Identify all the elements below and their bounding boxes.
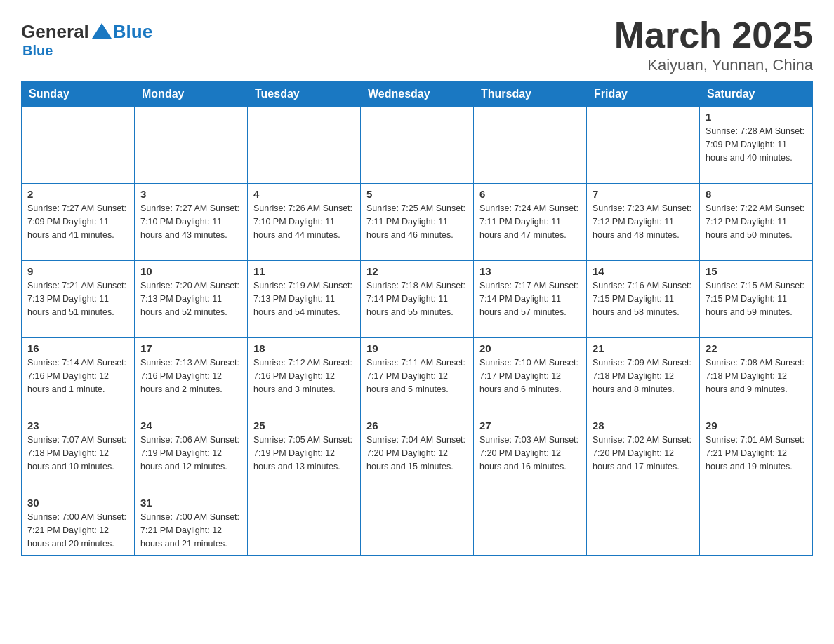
logo-blue-text: Blue bbox=[113, 21, 152, 43]
day-info: Sunrise: 7:25 AM Sunset: 7:11 PM Dayligh… bbox=[366, 202, 468, 241]
calendar-cell: 29Sunrise: 7:01 AM Sunset: 7:21 PM Dayli… bbox=[700, 415, 813, 492]
calendar-body: 1Sunrise: 7:28 AM Sunset: 7:09 PM Daylig… bbox=[22, 107, 813, 556]
weekday-header-sunday: Sunday bbox=[22, 82, 135, 107]
calendar-cell: 30Sunrise: 7:00 AM Sunset: 7:21 PM Dayli… bbox=[22, 492, 135, 556]
day-info: Sunrise: 7:07 AM Sunset: 7:18 PM Dayligh… bbox=[27, 434, 128, 473]
calendar-cell: 8Sunrise: 7:22 AM Sunset: 7:12 PM Daylig… bbox=[700, 184, 813, 261]
calendar-cell bbox=[22, 107, 135, 184]
day-info: Sunrise: 7:21 AM Sunset: 7:13 PM Dayligh… bbox=[27, 279, 128, 318]
day-info: Sunrise: 7:12 AM Sunset: 7:16 PM Dayligh… bbox=[253, 356, 355, 396]
day-info: Sunrise: 7:16 AM Sunset: 7:15 PM Dayligh… bbox=[593, 279, 694, 318]
day-number: 18 bbox=[253, 342, 355, 354]
day-info: Sunrise: 7:17 AM Sunset: 7:14 PM Dayligh… bbox=[479, 279, 581, 318]
day-info: Sunrise: 7:14 AM Sunset: 7:16 PM Dayligh… bbox=[27, 356, 128, 396]
calendar-cell: 19Sunrise: 7:11 AM Sunset: 7:17 PM Dayli… bbox=[361, 338, 474, 415]
month-title: March 2025 bbox=[614, 14, 813, 56]
calendar-row-4: 23Sunrise: 7:07 AM Sunset: 7:18 PM Dayli… bbox=[22, 415, 813, 492]
calendar-cell: 14Sunrise: 7:16 AM Sunset: 7:15 PM Dayli… bbox=[587, 261, 700, 338]
calendar-cell: 1Sunrise: 7:28 AM Sunset: 7:09 PM Daylig… bbox=[700, 107, 813, 184]
day-number: 21 bbox=[593, 342, 694, 354]
day-number: 30 bbox=[27, 497, 128, 509]
day-info: Sunrise: 7:27 AM Sunset: 7:10 PM Dayligh… bbox=[140, 202, 241, 241]
calendar-row-3: 16Sunrise: 7:14 AM Sunset: 7:16 PM Dayli… bbox=[22, 338, 813, 415]
calendar-cell bbox=[700, 492, 813, 556]
day-number: 28 bbox=[593, 420, 694, 431]
calendar-row-2: 9Sunrise: 7:21 AM Sunset: 7:13 PM Daylig… bbox=[22, 261, 813, 338]
calendar-cell: 5Sunrise: 7:25 AM Sunset: 7:11 PM Daylig… bbox=[361, 184, 474, 261]
day-number: 1 bbox=[706, 111, 807, 123]
calendar-cell: 27Sunrise: 7:03 AM Sunset: 7:20 PM Dayli… bbox=[474, 415, 587, 492]
day-number: 6 bbox=[479, 188, 581, 200]
calendar-cell: 13Sunrise: 7:17 AM Sunset: 7:14 PM Dayli… bbox=[474, 261, 587, 338]
weekday-header-row: SundayMondayTuesdayWednesdayThursdayFrid… bbox=[22, 82, 813, 107]
calendar-cell: 9Sunrise: 7:21 AM Sunset: 7:13 PM Daylig… bbox=[22, 261, 135, 338]
calendar-cell bbox=[248, 107, 361, 184]
weekday-header-friday: Friday bbox=[587, 82, 700, 107]
page-header: General Blue Blue March 2025 Kaiyuan, Yu… bbox=[21, 14, 813, 74]
day-info: Sunrise: 7:23 AM Sunset: 7:12 PM Dayligh… bbox=[593, 202, 694, 241]
calendar-cell: 21Sunrise: 7:09 AM Sunset: 7:18 PM Dayli… bbox=[587, 338, 700, 415]
calendar-cell bbox=[474, 107, 587, 184]
calendar-row-5: 30Sunrise: 7:00 AM Sunset: 7:21 PM Dayli… bbox=[22, 492, 813, 556]
calendar-cell: 31Sunrise: 7:00 AM Sunset: 7:21 PM Dayli… bbox=[135, 492, 248, 556]
calendar-cell: 4Sunrise: 7:26 AM Sunset: 7:10 PM Daylig… bbox=[248, 184, 361, 261]
calendar-row-1: 2Sunrise: 7:27 AM Sunset: 7:09 PM Daylig… bbox=[22, 184, 813, 261]
calendar-cell: 28Sunrise: 7:02 AM Sunset: 7:20 PM Dayli… bbox=[587, 415, 700, 492]
day-info: Sunrise: 7:15 AM Sunset: 7:15 PM Dayligh… bbox=[706, 279, 807, 318]
day-number: 23 bbox=[27, 420, 128, 431]
calendar-cell: 7Sunrise: 7:23 AM Sunset: 7:12 PM Daylig… bbox=[587, 184, 700, 261]
day-info: Sunrise: 7:00 AM Sunset: 7:21 PM Dayligh… bbox=[140, 511, 241, 550]
day-info: Sunrise: 7:09 AM Sunset: 7:18 PM Dayligh… bbox=[593, 356, 694, 396]
day-number: 27 bbox=[479, 420, 581, 431]
day-info: Sunrise: 7:18 AM Sunset: 7:14 PM Dayligh… bbox=[366, 279, 468, 318]
day-number: 25 bbox=[253, 420, 355, 431]
weekday-header-tuesday: Tuesday bbox=[248, 82, 361, 107]
calendar-cell bbox=[587, 107, 700, 184]
calendar-cell bbox=[135, 107, 248, 184]
day-number: 3 bbox=[140, 188, 241, 200]
day-number: 19 bbox=[366, 342, 468, 354]
day-info: Sunrise: 7:06 AM Sunset: 7:19 PM Dayligh… bbox=[140, 434, 241, 473]
day-number: 14 bbox=[593, 265, 694, 277]
day-number: 17 bbox=[140, 342, 241, 354]
calendar-row-0: 1Sunrise: 7:28 AM Sunset: 7:09 PM Daylig… bbox=[22, 107, 813, 184]
calendar-cell: 6Sunrise: 7:24 AM Sunset: 7:11 PM Daylig… bbox=[474, 184, 587, 261]
calendar-cell: 24Sunrise: 7:06 AM Sunset: 7:19 PM Dayli… bbox=[135, 415, 248, 492]
day-number: 16 bbox=[27, 342, 128, 354]
day-number: 24 bbox=[140, 420, 241, 431]
calendar-header: SundayMondayTuesdayWednesdayThursdayFrid… bbox=[22, 82, 813, 107]
day-info: Sunrise: 7:00 AM Sunset: 7:21 PM Dayligh… bbox=[27, 511, 128, 550]
day-info: Sunrise: 7:28 AM Sunset: 7:09 PM Dayligh… bbox=[706, 125, 807, 164]
day-number: 5 bbox=[366, 188, 468, 200]
weekday-header-monday: Monday bbox=[135, 82, 248, 107]
day-number: 15 bbox=[706, 265, 807, 277]
logo-bottom-text: Blue bbox=[22, 43, 53, 59]
weekday-header-saturday: Saturday bbox=[700, 82, 813, 107]
day-info: Sunrise: 7:24 AM Sunset: 7:11 PM Dayligh… bbox=[479, 202, 581, 241]
calendar-cell: 22Sunrise: 7:08 AM Sunset: 7:18 PM Dayli… bbox=[700, 338, 813, 415]
calendar-cell bbox=[361, 492, 474, 556]
calendar-cell: 12Sunrise: 7:18 AM Sunset: 7:14 PM Dayli… bbox=[361, 261, 474, 338]
logo: General Blue Blue bbox=[21, 21, 152, 59]
calendar-cell: 26Sunrise: 7:04 AM Sunset: 7:20 PM Dayli… bbox=[361, 415, 474, 492]
calendar-cell: 20Sunrise: 7:10 AM Sunset: 7:17 PM Dayli… bbox=[474, 338, 587, 415]
day-number: 8 bbox=[706, 188, 807, 200]
day-info: Sunrise: 7:03 AM Sunset: 7:20 PM Dayligh… bbox=[479, 434, 581, 473]
calendar-cell: 10Sunrise: 7:20 AM Sunset: 7:13 PM Dayli… bbox=[135, 261, 248, 338]
day-info: Sunrise: 7:26 AM Sunset: 7:10 PM Dayligh… bbox=[253, 202, 355, 241]
day-number: 2 bbox=[27, 188, 128, 200]
calendar-cell bbox=[474, 492, 587, 556]
day-number: 9 bbox=[27, 265, 128, 277]
day-number: 10 bbox=[140, 265, 241, 277]
calendar-cell: 11Sunrise: 7:19 AM Sunset: 7:13 PM Dayli… bbox=[248, 261, 361, 338]
day-info: Sunrise: 7:27 AM Sunset: 7:09 PM Dayligh… bbox=[27, 202, 128, 241]
day-number: 26 bbox=[366, 420, 468, 431]
day-number: 11 bbox=[253, 265, 355, 277]
day-number: 22 bbox=[706, 342, 807, 354]
day-info: Sunrise: 7:13 AM Sunset: 7:16 PM Dayligh… bbox=[140, 356, 241, 396]
day-info: Sunrise: 7:22 AM Sunset: 7:12 PM Dayligh… bbox=[706, 202, 807, 241]
calendar-table: SundayMondayTuesdayWednesdayThursdayFrid… bbox=[21, 81, 813, 556]
calendar-cell bbox=[248, 492, 361, 556]
day-number: 20 bbox=[479, 342, 581, 354]
day-info: Sunrise: 7:20 AM Sunset: 7:13 PM Dayligh… bbox=[140, 279, 241, 318]
